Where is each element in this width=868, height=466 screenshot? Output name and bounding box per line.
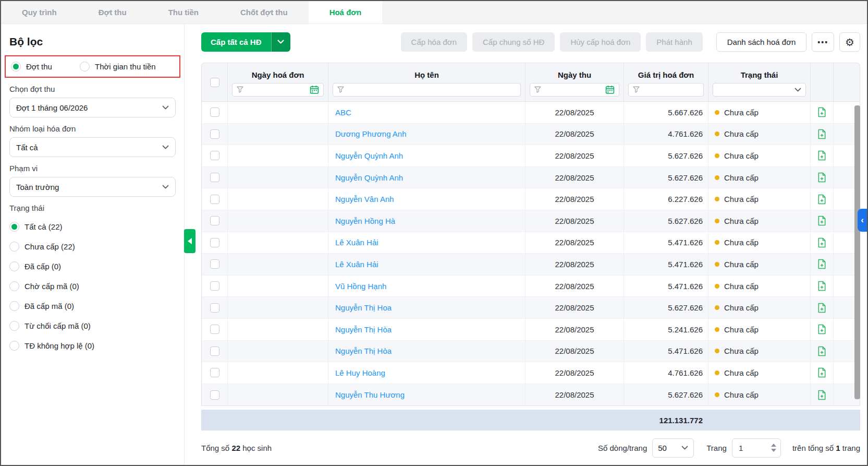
student-name-link[interactable]: Nguyễn Thị Hoa: [335, 303, 392, 312]
invoice-list-button[interactable]: Danh sách hoá đơn: [716, 32, 807, 52]
student-name-link[interactable]: Nguyễn Thị Hòa: [335, 325, 392, 334]
sidebar-collapse-handle[interactable]: [184, 229, 195, 253]
settings-button[interactable]: ⚙: [839, 32, 860, 52]
row-checkbox[interactable]: [210, 216, 219, 225]
row-checkbox[interactable]: [210, 325, 219, 334]
status-radio-tat-ca-22[interactable]: Tất cả (22): [9, 217, 176, 236]
radio-dot-icon: [9, 261, 19, 271]
huy-cap-hoa-don-button[interactable]: Hủy cấp hoá đơn: [560, 32, 641, 52]
amount-filter-input[interactable]: [643, 86, 699, 94]
chevron-down-icon[interactable]: [271, 32, 290, 52]
tab-chot-dot-thu[interactable]: Chốt đợt thu: [219, 1, 309, 23]
student-name-link[interactable]: Lê Huy Hoàng: [335, 368, 385, 377]
row-checkbox[interactable]: [210, 303, 219, 313]
amount-cell: 5.471.626: [624, 276, 708, 297]
column-header-amount[interactable]: Giá trị hoá đơn: [624, 63, 708, 80]
student-name-link[interactable]: ABC: [335, 108, 351, 117]
issue-all-invoices-button[interactable]: Cấp tất cả HĐ: [201, 32, 290, 52]
select-pham-vi[interactable]: Toàn trường: [9, 177, 176, 197]
select-all-checkbox[interactable]: [210, 78, 219, 87]
student-name-link[interactable]: Dương Phương Anh: [335, 129, 407, 138]
phat-hanh-button[interactable]: Phát hành: [646, 32, 702, 52]
column-header-invoice-date[interactable]: Ngày hoá đơn: [228, 63, 328, 80]
radio-label: Đã cấp (0): [25, 262, 61, 271]
cap-chung-so-hd-button[interactable]: Cấp chung số HĐ: [472, 32, 555, 52]
file-plus-icon[interactable]: [817, 259, 827, 269]
status-dot-icon: [715, 349, 719, 353]
row-checkbox[interactable]: [210, 107, 219, 117]
student-name-link[interactable]: Nguyễn Thị Hòa: [335, 346, 392, 355]
row-checkbox[interactable]: [210, 281, 219, 291]
file-plus-icon[interactable]: [817, 324, 827, 334]
file-plus-icon[interactable]: [817, 216, 827, 226]
page-spinner[interactable]: [771, 444, 776, 452]
select-chon-dot-thu[interactable]: Đợt 1 tháng 06/2026: [9, 98, 176, 117]
file-plus-icon[interactable]: [817, 172, 827, 183]
page-number-input[interactable]: 1: [732, 438, 781, 458]
radio-label: Đợt thu: [26, 62, 52, 71]
row-checkbox[interactable]: [210, 195, 219, 204]
row-checkbox[interactable]: [210, 151, 219, 160]
status-cell: Chưa cấp: [708, 188, 811, 210]
student-name-link[interactable]: Nguyễn Quỳnh Anh: [335, 151, 403, 160]
status-radio-tu-choi-cap-ma-0[interactable]: Từ chối cấp mã (0): [9, 316, 176, 336]
status-radio-cho-cap-ma-0[interactable]: Chờ cấp mã (0): [9, 276, 176, 296]
tab-quy-trinh[interactable]: Quy trình: [1, 1, 78, 23]
column-header-status[interactable]: Trạng thái: [708, 63, 810, 80]
select-nhom-loai-hoa-don[interactable]: Tất cả: [9, 137, 176, 157]
status-radio-td-khong-hop-le-0[interactable]: TĐ không hợp lệ (0): [9, 336, 176, 355]
student-name-link[interactable]: Nguyễn Thu Hương: [335, 390, 405, 399]
file-plus-icon[interactable]: [817, 150, 827, 161]
invoice-date-filter-input[interactable]: [247, 86, 307, 94]
row-checkbox[interactable]: [210, 129, 219, 139]
column-header-name[interactable]: Họ tên: [328, 63, 525, 80]
radio-dot-icon: [9, 222, 19, 232]
status-cell: Chưa cấp: [708, 384, 811, 406]
mode-radio-thoi-gian-thu-tien[interactable]: Thời gian thu tiền: [80, 62, 156, 71]
calendar-icon[interactable]: [605, 85, 615, 94]
calendar-icon[interactable]: [310, 85, 319, 94]
file-plus-icon[interactable]: [817, 346, 827, 356]
row-checkbox[interactable]: [210, 259, 219, 269]
file-plus-icon[interactable]: [817, 303, 827, 313]
rows-per-page-select[interactable]: 50: [652, 438, 694, 458]
student-name-link[interactable]: Lê Xuân Hải: [335, 260, 378, 269]
file-plus-icon[interactable]: [817, 194, 827, 205]
file-plus-icon[interactable]: [817, 107, 827, 117]
right-panel-expand-handle[interactable]: ‹: [858, 209, 867, 232]
row-checkbox[interactable]: [210, 390, 219, 400]
student-name-link[interactable]: Vũ Hồng Hạnh: [335, 282, 386, 291]
tab-thu-tien[interactable]: Thu tiền: [148, 1, 219, 23]
column-header-collect-date[interactable]: Ngày thu: [525, 63, 624, 80]
file-plus-icon[interactable]: [817, 367, 827, 378]
status-dot-icon: [715, 392, 719, 397]
vertical-scrollbar[interactable]: [854, 105, 860, 399]
student-name-link[interactable]: Lê Xuân Hải: [335, 238, 378, 247]
mode-radio-dot-thu[interactable]: Đợt thu: [11, 62, 80, 71]
status-filter-select[interactable]: [713, 83, 806, 97]
row-checkbox[interactable]: [210, 346, 219, 356]
status-radio-chua-cap-22[interactable]: Chưa cấp (22): [9, 236, 176, 256]
collect-date-filter-input[interactable]: [544, 86, 602, 94]
row-checkbox[interactable]: [210, 368, 219, 377]
row-checkbox[interactable]: [210, 173, 219, 182]
spinner-down-icon[interactable]: [771, 449, 776, 452]
file-plus-icon[interactable]: [817, 237, 827, 248]
student-name-link[interactable]: Nguyễn Quỳnh Anh: [335, 173, 403, 182]
status-label: Chưa cấp: [724, 108, 759, 117]
collect-date-cell: 22/08/2025: [525, 341, 624, 362]
status-radio-da-cap-0[interactable]: Đã cấp (0): [9, 256, 176, 276]
file-plus-icon[interactable]: [817, 129, 827, 139]
student-name-link[interactable]: Nguyễn Vân Anh: [335, 195, 394, 204]
more-actions-button[interactable]: •••: [812, 32, 834, 52]
file-plus-icon[interactable]: [817, 390, 827, 400]
cap-hoa-don-button[interactable]: Cấp hóa đơn: [401, 32, 467, 52]
status-radio-da-cap-ma-0[interactable]: Đã cấp mã (0): [9, 296, 176, 316]
name-filter-input[interactable]: [347, 86, 516, 94]
tab-hoa-don[interactable]: Hoá đơn: [309, 1, 383, 23]
tab-dot-thu[interactable]: Đợt thu: [78, 1, 148, 23]
file-plus-icon[interactable]: [817, 281, 827, 291]
student-name-link[interactable]: Nguyễn Hồng Hà: [335, 217, 395, 225]
spinner-up-icon[interactable]: [771, 444, 776, 447]
row-checkbox[interactable]: [210, 238, 219, 247]
